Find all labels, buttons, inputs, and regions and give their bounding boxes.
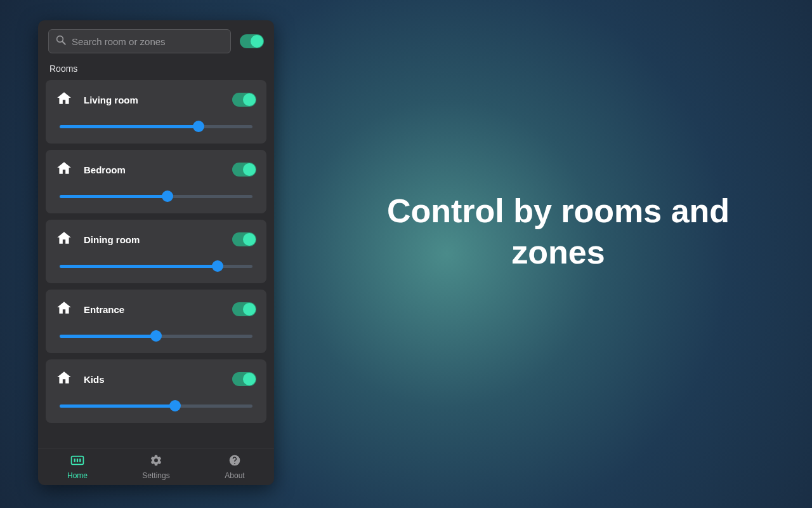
room-head: Entrance: [56, 300, 256, 319]
toggle-knob: [243, 303, 256, 316]
slider-wrap: [56, 179, 256, 202]
hero-text: Control by rooms and zones: [343, 190, 774, 273]
brightness-slider[interactable]: [60, 121, 252, 132]
slider-fill: [60, 125, 199, 128]
room-head: Kids: [56, 370, 256, 389]
search-icon: [55, 34, 67, 48]
room-name: Entrance: [84, 304, 221, 315]
room-name: Living room: [84, 95, 221, 105]
rooms-section-label: Rooms: [38, 60, 274, 80]
toggle-knob: [243, 93, 256, 106]
room-toggle[interactable]: [232, 372, 256, 386]
top-bar: [38, 20, 274, 60]
app-panel: Rooms Living room Bedroom: [38, 20, 274, 485]
toggle-knob: [251, 35, 263, 48]
room-name: Bedroom: [84, 164, 221, 175]
nav-item-home[interactable]: Home: [38, 454, 117, 480]
room-toggle[interactable]: [232, 232, 256, 246]
room-card: Entrance: [46, 290, 266, 353]
slider-wrap: [56, 389, 256, 411]
room-head: Living room: [56, 90, 256, 109]
room-card: Kids: [46, 359, 266, 423]
toggle-knob: [243, 373, 256, 385]
room-toggle[interactable]: [232, 93, 256, 107]
nav-label: Settings: [142, 471, 169, 480]
home-icon: [56, 300, 72, 319]
search-input[interactable]: [72, 36, 224, 47]
slider-fill: [60, 404, 175, 408]
home-icon: [56, 90, 72, 109]
brightness-slider[interactable]: [60, 190, 252, 202]
slider-wrap: [56, 249, 256, 272]
slider-thumb[interactable]: [169, 400, 181, 411]
master-toggle[interactable]: [240, 34, 264, 48]
room-head: Dining room: [56, 230, 256, 249]
nav-item-about[interactable]: About: [195, 454, 274, 480]
nav-label: Home: [67, 471, 88, 480]
brightness-slider[interactable]: [60, 330, 252, 342]
slider-thumb[interactable]: [162, 190, 173, 202]
settings-icon: [150, 454, 162, 469]
room-head: Bedroom: [56, 160, 256, 179]
slider-fill: [60, 335, 156, 338]
room-toggle[interactable]: [232, 163, 256, 177]
slider-wrap: [56, 319, 256, 342]
home-icon: [56, 160, 72, 179]
slider-fill: [60, 265, 218, 268]
svg-line-1: [62, 41, 65, 44]
nav-label: About: [225, 471, 244, 480]
slider-fill: [60, 195, 167, 198]
room-name: Kids: [84, 374, 221, 385]
svg-rect-3: [74, 458, 75, 462]
about-icon: [228, 454, 241, 469]
brightness-slider[interactable]: [60, 260, 252, 272]
search-box[interactable]: [48, 29, 231, 53]
room-toggle[interactable]: [232, 302, 256, 316]
brightness-slider[interactable]: [60, 400, 252, 411]
home-icon: [56, 370, 72, 389]
home-icon: [70, 454, 84, 469]
slider-wrap: [56, 109, 256, 132]
room-name: Dining room: [84, 234, 221, 245]
svg-rect-5: [79, 458, 81, 462]
rooms-list: Living room Bedroom Dining room: [38, 80, 274, 448]
home-icon: [56, 230, 72, 249]
slider-thumb[interactable]: [212, 260, 223, 272]
svg-rect-4: [77, 458, 78, 462]
room-card: Bedroom: [46, 150, 266, 213]
room-card: Dining room: [46, 220, 266, 283]
slider-thumb[interactable]: [193, 121, 204, 132]
toggle-knob: [243, 163, 256, 176]
toggle-knob: [243, 233, 256, 246]
nav-item-settings[interactable]: Settings: [117, 454, 195, 480]
room-card: Living room: [46, 80, 266, 144]
bottom-nav: Home Settings About: [38, 448, 274, 485]
slider-thumb[interactable]: [150, 330, 162, 342]
